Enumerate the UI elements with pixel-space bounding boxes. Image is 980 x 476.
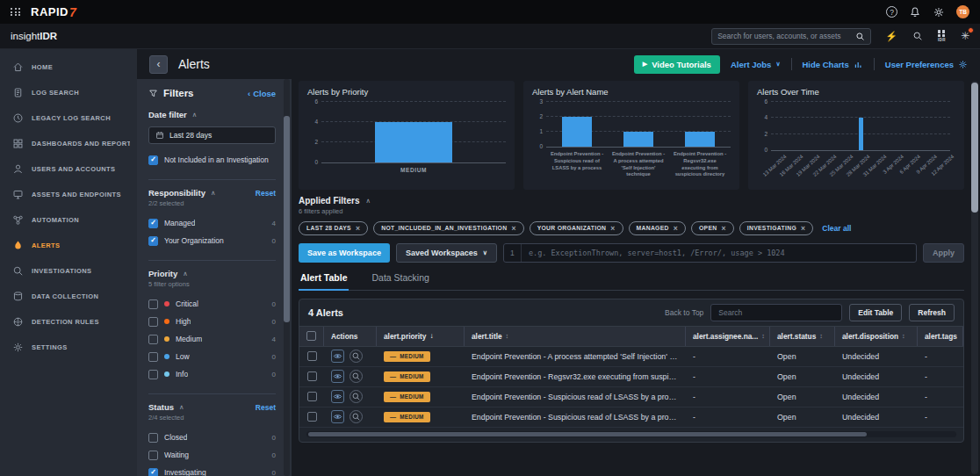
sidebar-item-assets-and-endpoints[interactable]: ASSETS AND ENDPOINTS <box>0 182 137 207</box>
table-row[interactable]: —MEDIUM Endpoint Prevention - Suspicious… <box>299 407 963 428</box>
checkbox[interactable] <box>148 155 158 165</box>
platform-search-icon[interactable] <box>912 31 923 41</box>
checkbox[interactable] <box>148 433 158 443</box>
filters-close-link[interactable]: ‹Close <box>248 89 276 98</box>
chevron-up-icon[interactable]: ∧ <box>211 189 216 197</box>
help-icon[interactable]: ? <box>886 6 897 18</box>
checkbox[interactable] <box>148 317 158 327</box>
filter-option-managed[interactable]: Managed 4 <box>148 214 276 232</box>
close-icon[interactable]: × <box>511 225 515 233</box>
investigate-icon[interactable] <box>349 390 363 403</box>
sidebar-item-log-search[interactable]: LOG SEARCH <box>0 80 137 105</box>
page-scrollbar[interactable] <box>971 81 978 474</box>
video-tutorials-button[interactable]: ▶Video Tutorials <box>634 55 720 74</box>
investigation-filter-option[interactable]: Not Included in an Investigation <box>148 151 276 169</box>
sidebar-item-legacy-log-search[interactable]: LEGACY LOG SEARCH <box>0 105 137 131</box>
clear-all-link[interactable]: Clear all <box>822 224 851 233</box>
table-row[interactable]: —MEDIUM Endpoint Prevention - A process … <box>299 347 963 367</box>
insight-platform-icon[interactable]: ✳ <box>961 31 969 41</box>
apply-button[interactable]: Apply <box>923 243 964 263</box>
chevron-up-icon[interactable]: ∧ <box>192 111 198 119</box>
row-checkbox[interactable] <box>307 412 317 422</box>
close-icon[interactable]: × <box>356 225 360 233</box>
filter-chip[interactable]: NOT_INCLUDED_IN_AN_INVESTIGATION× <box>373 221 523 235</box>
checkbox[interactable] <box>148 451 158 460</box>
save-workspace-button[interactable]: Save as Workspace <box>299 243 390 263</box>
reset-link[interactable]: Reset <box>256 189 276 198</box>
filter-chip[interactable]: MANAGED× <box>629 221 686 235</box>
tab-alert-table[interactable]: Alert Table <box>299 272 349 291</box>
sort-icon[interactable]: ↕ <box>761 332 765 340</box>
close-icon[interactable]: × <box>801 225 805 233</box>
page-scrollbar-thumb[interactable] <box>971 83 978 213</box>
alert-title-cell[interactable]: Endpoint Prevention - Regsvr32.exe execu… <box>465 372 686 381</box>
user-preferences-link[interactable]: User Preferences <box>885 60 968 69</box>
reset-link[interactable]: Reset <box>256 403 276 412</box>
select-all-checkbox[interactable] <box>306 331 316 341</box>
column-actions[interactable]: Actions <box>324 327 377 346</box>
close-icon[interactable]: × <box>674 225 678 233</box>
chevron-up-icon[interactable]: ∧ <box>179 403 184 411</box>
column-alert-disposition[interactable]: alert.disposition↕ <box>835 327 918 346</box>
checkbox[interactable] <box>148 468 158 476</box>
search-icon[interactable] <box>855 32 865 41</box>
investigate-icon[interactable] <box>349 350 363 363</box>
refresh-button[interactable]: Refresh <box>909 304 955 321</box>
row-checkbox[interactable] <box>307 351 317 361</box>
row-checkbox[interactable] <box>307 371 317 381</box>
sidebar-item-investigations[interactable]: INVESTIGATIONS <box>0 258 137 284</box>
close-icon[interactable]: × <box>610 225 615 233</box>
sort-icon[interactable]: ↕ <box>819 332 823 340</box>
sidebar-item-automation[interactable]: AUTOMATION <box>0 207 137 233</box>
view-alert-icon[interactable] <box>331 390 344 403</box>
filter-option-closed[interactable]: Closed 0 <box>148 429 276 446</box>
sort-desc-icon[interactable]: ↓ <box>429 332 433 340</box>
sidebar-item-home[interactable]: HOME <box>0 54 137 80</box>
filter-option-your-organization[interactable]: Your Organization 0 <box>148 232 276 249</box>
investigate-icon[interactable] <box>349 410 363 423</box>
rapid7-logo[interactable]: RAPID7 <box>31 5 76 19</box>
table-row[interactable]: —MEDIUM Endpoint Prevention - Suspicious… <box>299 387 963 407</box>
filter-option-investigating[interactable]: Investigating 0 <box>148 464 276 476</box>
checkbox[interactable] <box>148 335 158 344</box>
global-search-input[interactable] <box>717 32 851 40</box>
filter-option-waiting[interactable]: Waiting 0 <box>148 446 276 464</box>
filter-chip[interactable]: INVESTIGATING× <box>739 221 814 235</box>
saved-workspaces-dropdown[interactable]: Saved Workspaces∨ <box>396 243 497 263</box>
alert-jobs-link[interactable]: Alert Jobs∨ <box>731 60 781 69</box>
table-horizontal-scrollbar-thumb[interactable] <box>308 432 867 436</box>
filter-option-low[interactable]: Low 0 <box>148 348 276 365</box>
alert-title-cell[interactable]: Endpoint Prevention - Suspicious read of… <box>465 413 686 422</box>
hide-charts-link[interactable]: Hide Charts <box>803 60 863 69</box>
global-search[interactable] <box>711 28 871 45</box>
back-button[interactable]: ‹ <box>149 55 168 74</box>
filter-option-info[interactable]: Info 0 <box>148 365 276 383</box>
checkbox[interactable] <box>148 370 158 379</box>
date-filter-input[interactable]: Last 28 days <box>148 126 276 144</box>
table-search-input[interactable] <box>710 304 842 321</box>
chevron-up-icon[interactable]: ∧ <box>183 270 188 278</box>
alert-title-cell[interactable]: Endpoint Prevention - A process attempte… <box>465 352 686 361</box>
close-icon[interactable]: × <box>721 225 725 233</box>
filter-chip[interactable]: YOUR ORGANIZATION× <box>530 221 623 235</box>
alert-title-cell[interactable]: Endpoint Prevention - Suspicious read of… <box>465 393 686 401</box>
checkbox[interactable] <box>148 236 158 246</box>
back-to-top-link[interactable]: Back to Top <box>665 308 703 317</box>
filter-chip[interactable]: LAST 28 DAYS× <box>299 221 368 235</box>
checkbox[interactable] <box>148 219 158 228</box>
row-checkbox[interactable] <box>307 392 317 401</box>
view-alert-icon[interactable] <box>331 410 344 423</box>
filter-option-medium[interactable]: Medium 4 <box>148 330 276 348</box>
sidebar-item-dashboards-and-reports[interactable]: DASHBOARDS AND REPORTS <box>0 131 137 156</box>
chevron-up-icon[interactable]: ∧ <box>365 197 371 205</box>
quick-actions-bolt-icon[interactable]: ⚡ <box>885 32 897 41</box>
view-alert-icon[interactable] <box>331 370 344 383</box>
checkbox[interactable] <box>148 299 158 309</box>
edit-table-button[interactable]: Edit Table <box>849 304 902 321</box>
sidebar-item-users-and-accounts[interactable]: USERS AND ACCOUNTS <box>0 156 137 182</box>
sidebar-item-settings[interactable]: SETTINGS <box>0 335 137 360</box>
filter-chip[interactable]: OPEN× <box>691 221 734 235</box>
filter-option-high[interactable]: High 0 <box>148 313 276 330</box>
filter-option-critical[interactable]: Critical 0 <box>148 295 276 313</box>
column-alert-title[interactable]: alert.title↕ <box>465 327 686 346</box>
